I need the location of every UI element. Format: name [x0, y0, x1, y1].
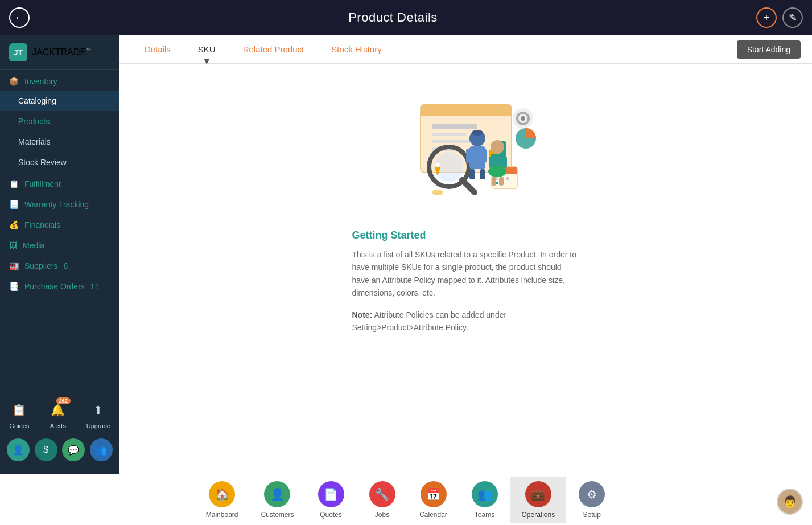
calendar-icon: 📅 — [421, 481, 447, 507]
svg-rect-29 — [489, 157, 493, 168]
setup-label: Setup — [583, 511, 601, 519]
suppliers-icon: 🏭 — [9, 261, 19, 270]
getting-started-section: Getting Started This is a list of all SK… — [352, 229, 580, 334]
edit-button[interactable]: ✎ — [782, 7, 803, 28]
tab-related-product[interactable]: Related Product — [229, 35, 318, 63]
teams-label: Teams — [475, 511, 494, 519]
guides-button[interactable]: 📋 Guides — [9, 400, 30, 429]
tab-sku[interactable]: SKU — [184, 35, 229, 63]
inventory-icon: 📦 — [9, 77, 19, 86]
upgrade-icon: ⬆ — [88, 400, 109, 420]
billing-button[interactable]: $ — [35, 438, 57, 461]
tab-stock-history[interactable]: Stock History — [318, 35, 395, 63]
sidebar-bottom-icons: 📋 Guides 🔔 262 Alerts ⬆ Upgrade — [0, 395, 119, 434]
svg-point-21 — [472, 130, 483, 136]
sku-illustration — [392, 87, 540, 212]
operations-icon: 💼 — [525, 481, 551, 507]
user-avatar[interactable]: 👨 — [777, 489, 803, 515]
upgrade-button[interactable]: ⬆ Upgrade — [86, 400, 110, 429]
svg-rect-2 — [421, 111, 512, 116]
main-content: Getting Started This is a list of all SK… — [119, 64, 812, 474]
setup-icon: ⚙ — [579, 481, 605, 507]
svg-point-34 — [432, 190, 443, 195]
getting-started-title: Getting Started — [352, 229, 580, 241]
customers-label: Customers — [261, 511, 294, 519]
back-button[interactable]: ← — [9, 7, 30, 28]
sidebar-bottom: 📋 Guides 🔔 262 Alerts ⬆ Upgrade 👤 $ 💬 👥 — [0, 389, 119, 474]
nav-teams[interactable]: 👥 Teams — [459, 477, 510, 523]
sidebar-item-fulfillment[interactable]: 📋 Fulfillment — [0, 173, 119, 193]
nav-calendar[interactable]: 📅 Calendar — [408, 477, 459, 523]
note-content: Attribute Policies can be added under Se… — [352, 310, 507, 332]
chat-button[interactable]: 💬 — [62, 438, 85, 461]
upgrade-label: Upgrade — [86, 423, 110, 429]
page-title: Product Details — [348, 10, 438, 25]
media-icon: 🖼 — [9, 241, 17, 250]
svg-point-31 — [488, 166, 506, 177]
quotes-icon: 📄 — [318, 481, 344, 507]
jobs-icon: 🔧 — [369, 481, 395, 507]
suppliers-badge: 6 — [63, 261, 68, 270]
sidebar-logo: JT JACKTRADE™ — [0, 35, 119, 70]
sidebar-item-media[interactable]: 🖼 Media — [0, 234, 119, 255]
svg-point-27 — [491, 140, 504, 154]
getting-started-paragraph: This is a list of all SKUs related to a … — [352, 248, 580, 300]
mainboard-icon: 🏠 — [209, 481, 235, 507]
sidebar-item-materials[interactable]: Materials — [0, 132, 119, 152]
content-area: Details SKU Related Product Stock Histor… — [119, 35, 812, 474]
alerts-badge: 262 — [56, 397, 71, 404]
svg-rect-5 — [432, 140, 472, 143]
alerts-label: Alerts — [50, 423, 66, 429]
tabs-bar: Details SKU Related Product Stock Histor… — [119, 35, 812, 64]
user-icons-row: 👤 $ 💬 👥 — [0, 434, 119, 468]
svg-line-19 — [462, 180, 475, 192]
nav-mainboard[interactable]: 🏠 Mainboard — [195, 477, 250, 523]
nav-setup[interactable]: ⚙ Setup — [566, 477, 617, 523]
sidebar-item-purchase-orders[interactable]: 📑 Purchase Orders 11 — [0, 275, 119, 296]
bottom-nav: 🏠 Mainboard 👤 Customers 📄 Quotes 🔧 Jobs … — [0, 474, 812, 525]
svg-rect-25 — [469, 169, 475, 179]
avatar-image: 👨 — [778, 490, 802, 514]
start-adding-button[interactable]: Start Adding — [737, 40, 801, 59]
top-header: ← Product Details + ✎ — [0, 0, 812, 35]
logo-text: JACKTRADE™ — [32, 47, 91, 58]
tab-details[interactable]: Details — [131, 35, 184, 63]
quotes-label: Quotes — [320, 511, 342, 519]
financials-icon: 💰 — [9, 220, 19, 229]
nav-quotes[interactable]: 📄 Quotes — [306, 477, 357, 523]
sidebar-item-inventory[interactable]: 📦 Inventory — [0, 70, 119, 91]
svg-rect-14 — [506, 177, 509, 180]
sidebar-item-suppliers[interactable]: 🏭 Suppliers 6 — [0, 255, 119, 275]
customers-icon: 👤 — [264, 481, 290, 507]
svg-rect-4 — [432, 133, 466, 136]
nav-customers[interactable]: 👤 Customers — [249, 477, 305, 523]
note-text: Note: Attribute Policies can be added un… — [352, 309, 580, 334]
purchase-orders-badge: 11 — [90, 282, 100, 291]
svg-rect-3 — [432, 124, 477, 129]
warranty-icon: 📃 — [9, 200, 19, 209]
nav-jobs[interactable]: 🔧 Jobs — [357, 477, 408, 523]
sidebar-item-financials[interactable]: 💰 Financials — [0, 214, 119, 234]
sidebar-item-stock-review[interactable]: Stock Review — [0, 152, 119, 173]
sidebar-item-warranty-tracking[interactable]: 📃 Warranty Tracking — [0, 193, 119, 214]
svg-rect-33 — [499, 177, 504, 186]
alerts-button[interactable]: 🔔 262 Alerts — [48, 400, 68, 429]
add-button[interactable]: + — [756, 7, 777, 28]
sidebar-item-cataloging[interactable]: Cataloging — [0, 91, 119, 111]
svg-point-38 — [521, 116, 525, 121]
svg-point-35 — [435, 163, 440, 167]
teams-icon: 👥 — [472, 481, 498, 507]
svg-rect-30 — [503, 157, 507, 168]
user-profile-button[interactable]: 👤 — [7, 438, 30, 461]
purchase-orders-icon: 📑 — [9, 282, 19, 291]
team-button[interactable]: 👥 — [90, 438, 113, 461]
fulfillment-icon: 📋 — [9, 179, 19, 188]
operations-label: Operations — [522, 511, 555, 519]
guides-label: Guides — [10, 423, 30, 429]
main-body: JT JACKTRADE™ 📦 Inventory Cataloging Pro… — [0, 35, 812, 474]
logo-icon: JT — [9, 43, 27, 61]
nav-operations[interactable]: 💼 Operations — [510, 477, 567, 523]
svg-rect-26 — [480, 169, 485, 179]
sidebar-item-products[interactable]: Products — [0, 111, 119, 132]
calendar-label: Calendar — [419, 511, 447, 519]
